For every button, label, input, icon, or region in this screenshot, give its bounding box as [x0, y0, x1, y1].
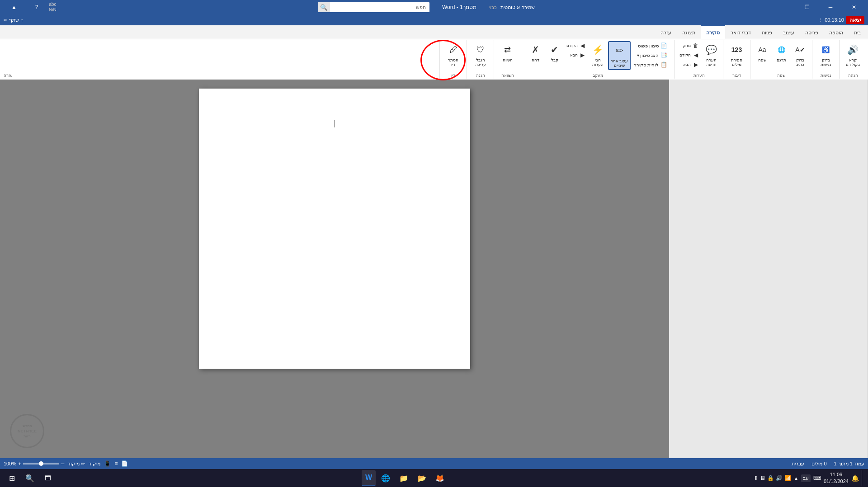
hashvaa-icon: ⇄ [500, 42, 515, 57]
title-bar-center: שמירה אוטומטית כבוי מסמך1 - Word 🔍 [57, 2, 797, 12]
taskbar-files[interactable]: 📂 [414, 470, 430, 486]
keyboard-icon[interactable]: ⌨ [813, 475, 821, 481]
atseret-group-label: דיו [443, 72, 464, 78]
hashvaa-buttons: ⇄ השווה [497, 41, 518, 72]
mhk-button[interactable]: 🗑 מחק [678, 41, 701, 50]
trgm-button[interactable]: 🌐 תרגם [772, 41, 790, 64]
ribbon-group-shafa: ✔A בדוקכתיב 🌐 תרגם Aa שפה שפה [750, 40, 812, 79]
tray-up-icon[interactable]: ⬆ [754, 475, 758, 481]
close-button[interactable]: ✕ [844, 0, 864, 14]
haba-haaraa-button[interactable]: ▶ הבא [678, 60, 701, 69]
title-bar-right: abc NiN ? ▲ [4, 0, 57, 14]
search-input[interactable] [330, 2, 429, 12]
tab-ttsuga[interactable]: תצוגה [677, 25, 701, 39]
tray-monitor-icon[interactable]: 🖥 [760, 475, 765, 481]
ikuv-label: עקוב אחרשינויים [611, 59, 628, 68]
droa-button[interactable]: ✗ דחה [527, 41, 545, 64]
ikuv-icon: ✏ [612, 43, 627, 58]
tab-hosfaa[interactable]: הוספה [824, 25, 849, 39]
hofa-shinuim-button[interactable]: 🖊 הסתרדיו [444, 41, 462, 68]
ribbon-group-hagna: 🛡 הגבלעריכה הגנה [467, 40, 494, 79]
kodem-haaraa-button[interactable]: ◀ הקודם [678, 51, 701, 60]
search-button[interactable]: 🔍 [318, 2, 330, 12]
ime-indicator[interactable]: עב [801, 474, 811, 482]
kodem-maakev-button[interactable]: ◀ הקודם [565, 41, 588, 50]
view-print-icon[interactable]: 📄 [121, 460, 128, 467]
kra-bkol-label: קראבקול רם [846, 58, 860, 67]
hagaa-buttons: 🔊 קראבקול רם [842, 41, 863, 72]
zoom-plus[interactable]: + [18, 461, 21, 466]
kabel-button[interactable]: ✔ קבל [546, 41, 564, 64]
taskbar-explorer[interactable]: 📁 [396, 470, 412, 486]
haaraa-button[interactable]: 💬 הערהחדשה [702, 41, 720, 68]
bdok-ngia-icon: ♿ [819, 42, 833, 57]
tray-speaker-icon[interactable]: 🔊 [776, 475, 783, 481]
tray-network-icon[interactable]: 📶 [784, 475, 791, 481]
view-web-icon[interactable]: ≡ [114, 460, 118, 467]
kabel-label: קבל [551, 58, 558, 62]
view-read-icon[interactable]: 📱 [104, 460, 111, 467]
document-area[interactable]: מהדש NETFREE רשת [0, 80, 669, 458]
zoom-slider[interactable] [23, 463, 59, 465]
start-button[interactable]: ⊞ [4, 470, 20, 486]
ikuv-shniim-button[interactable]: ✏ עקוב אחרשינויים [608, 41, 631, 70]
luah-icon: 📋 [660, 61, 667, 68]
bdok-ktuv-button[interactable]: ✔A בדוקכתיב [791, 41, 809, 68]
maakev-buttons: 📄 סימון פשוט 📑 הצג סימון ▾ 📋 לוחית סקירה… [524, 41, 672, 72]
ngia-group-label: נגישות [815, 72, 836, 78]
document-page[interactable] [199, 89, 470, 369]
ribbon-display-button[interactable]: ▲ [4, 0, 24, 14]
taskbar-word-app[interactable]: W [362, 470, 376, 486]
haba-maakev-button[interactable]: ▶ הבא [565, 51, 588, 60]
hits-icon: ⚡ [591, 42, 605, 57]
datetime-display[interactable]: 11:06 01/12/2024 [824, 471, 849, 485]
timer-button[interactable]: יציאה [846, 16, 864, 24]
luah-skiria-button[interactable]: 📋 לוחית סקירה [632, 60, 669, 69]
haarot-small-col: 🗑 מחק ◀ הקודם ▶ הבא [678, 41, 701, 69]
dibur-group-label: דיבור [726, 72, 747, 78]
kra-bkol-icon: 🔊 [846, 42, 860, 57]
main-area: מהדש NETFREE רשת [0, 80, 868, 458]
tab-prisa[interactable]: פריסה [800, 25, 824, 39]
tab-ezra[interactable]: עזרה [655, 25, 677, 39]
zoom-minus[interactable]: ─ [61, 461, 65, 466]
system-tray-expand[interactable]: ▲ [794, 476, 798, 481]
sfirat-milim-label: ספירתמילים [731, 58, 742, 67]
taskbar-search[interactable]: 🔍 [22, 470, 38, 486]
shafa-btn[interactable]: Aa שפה [753, 41, 771, 64]
sfirat-milim-button[interactable]: 123 ספירתמילים [728, 41, 746, 68]
tab-dvari-doar[interactable]: דברי דואר [725, 25, 756, 39]
show-desktop-button[interactable] [862, 470, 864, 486]
tab-skiraa[interactable]: סקירה [701, 25, 725, 39]
autosave-toggle[interactable]: כבוי [489, 5, 497, 10]
hashvaa-button[interactable]: ⇄ השווה [499, 41, 517, 64]
taskbar-firefox[interactable]: 🦊 [432, 470, 448, 486]
tray-lock-icon[interactable]: 🔒 [767, 475, 774, 481]
hagna-label: הגבלעריכה [475, 58, 486, 67]
restore-button[interactable]: ❐ [797, 0, 817, 14]
haba-m-icon: ▶ [579, 52, 586, 59]
simun-icon: 📄 [660, 42, 667, 49]
hits-haarot-button[interactable]: ⚡ הציהערות [589, 41, 607, 68]
bdok-ngia-button[interactable]: ♿ בדוקנגישות [817, 41, 835, 68]
watermark-line1: מהדש [23, 423, 32, 428]
hagna-button[interactable]: 🛡 הגבלעריכה [472, 41, 490, 68]
kra-bkol-button[interactable]: 🔊 קראבקול רם [844, 41, 862, 68]
minimize-button[interactable]: ─ [820, 0, 841, 14]
hits-label: הציהערות [592, 58, 604, 67]
notification-icon[interactable]: 🔔 [851, 474, 859, 482]
azraa-label: עזרה [4, 72, 13, 78]
hatsg-simun-button[interactable]: 📑 הצג סימון ▾ [632, 51, 669, 60]
taskbar: ⊞ 🔍 🗔 W 🌐 📁 📂 🦊 ⬆ 🖥 🔒 🔊 📶 ▲ עב ⌨ 11:06 0… [0, 469, 868, 487]
ribbon-group-hagaa: 🔊 קראבקול רם הגהה [839, 40, 866, 79]
hatsg-icon: 📑 [660, 52, 667, 59]
tab-pniot[interactable]: פניות [756, 25, 778, 39]
simun-pashut-button[interactable]: 📄 סימון פשוט [632, 41, 669, 50]
help-button[interactable]: ? [26, 0, 47, 14]
share-label[interactable]: ↑ שתף [9, 17, 24, 23]
tab-itsuv[interactable]: עיצוב [778, 25, 800, 39]
task-view-button[interactable]: 🗔 [40, 470, 56, 486]
hagna-buttons: 🛡 הגבלעריכה [470, 41, 491, 72]
taskbar-chrome[interactable]: 🌐 [377, 470, 394, 486]
tab-bit[interactable]: בית [849, 25, 866, 39]
